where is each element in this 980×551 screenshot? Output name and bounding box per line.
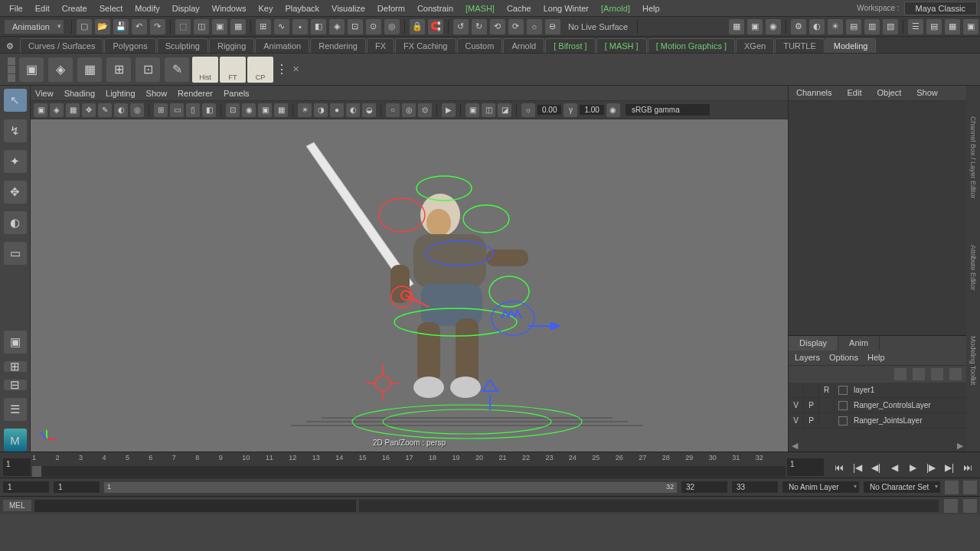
layers-menu-help[interactable]: Help — [867, 353, 885, 363]
vp-culling-icon[interactable]: ◫ — [482, 103, 495, 117]
shelf-tab-arnold[interactable]: Arnold — [503, 38, 544, 53]
layer-name[interactable]: layer1 — [851, 386, 874, 394]
layers-menu-options[interactable]: Options — [829, 353, 858, 363]
layer-ref-toggle[interactable] — [819, 414, 835, 428]
sym-z-icon[interactable]: ⟲ — [490, 19, 505, 34]
vp-hwfog-icon[interactable]: ◪ — [498, 103, 511, 117]
vp-xray-joints-icon[interactable]: ◎ — [402, 103, 416, 117]
vp-textured-icon[interactable]: ▣ — [258, 103, 272, 117]
vp-grease-icon[interactable]: ✎ — [98, 103, 112, 117]
live-lock-icon[interactable]: 🔒 — [410, 19, 425, 34]
cb-channels[interactable]: Channels — [789, 86, 839, 100]
shelf-tab-rigging[interactable]: Rigging — [209, 38, 254, 53]
shelf-tab-mograph[interactable]: Motion Graphics — [648, 38, 735, 53]
shelf-tab-sculpt[interactable]: Sculpting — [157, 38, 208, 53]
cb-show[interactable]: Show — [909, 86, 946, 100]
range-end-inner[interactable]: 32 — [681, 481, 727, 493]
channel-box[interactable] — [789, 101, 966, 335]
layer-color-swatch[interactable] — [838, 416, 848, 425]
shelf-tab-curves[interactable]: Curves / Surfaces — [20, 38, 103, 53]
play-fwd-icon[interactable]: ▶ — [906, 461, 920, 474]
outliner-panel-icon[interactable]: ☰ — [4, 398, 27, 421]
time-ruler[interactable]: 1234567891011121314151617181920212223242… — [32, 454, 786, 478]
menu-visualize[interactable]: Visualize — [325, 2, 371, 15]
two-view-icon[interactable]: ⊟ — [4, 380, 27, 390]
menu-key[interactable]: Key — [252, 2, 279, 15]
layer-name[interactable]: Ranger_JointsLayer — [851, 416, 923, 425]
vp-exposure-icon[interactable]: ☼ — [521, 103, 535, 117]
side-tab-modeling-toolkit[interactable]: Modeling Toolkit — [969, 336, 977, 385]
vp-wireframe-icon[interactable]: ⊡ — [226, 103, 240, 117]
poly-sphere-icon[interactable]: ◈ — [48, 57, 73, 82]
vp-wire-shaded-icon[interactable]: ▦ — [274, 103, 288, 117]
vp-grid-icon[interactable]: ⊞ — [154, 103, 168, 117]
time-start-field[interactable]: 1 — [3, 458, 31, 476]
snap-live-icon[interactable]: ◈ — [329, 19, 345, 34]
save-scene-icon[interactable]: 💾 — [113, 19, 129, 34]
script-language-dropdown[interactable]: MEL — [3, 500, 31, 511]
poly-plane-icon[interactable]: ⊞ — [106, 57, 131, 82]
vp-dof-icon[interactable]: ▣ — [466, 103, 479, 117]
shelf-menu-icon[interactable]: ⚙ — [2, 39, 18, 53]
layer-playback-toggle[interactable]: P — [804, 399, 819, 412]
layer-move-down-icon[interactable] — [913, 368, 925, 380]
redo-icon[interactable]: ↷ — [150, 19, 165, 34]
sym-x-icon[interactable]: ↺ — [453, 19, 469, 34]
layer-vis-toggle[interactable]: V — [789, 399, 804, 412]
snap-grid-icon[interactable]: ⊞ — [256, 19, 271, 34]
range-end-outer[interactable]: 33 — [732, 481, 778, 493]
shelf-options-icon[interactable] — [8, 57, 17, 82]
step-back-key-icon[interactable]: |◀ — [851, 461, 864, 474]
select-hierarchy-icon[interactable]: ◫ — [194, 19, 209, 34]
range-slider-track[interactable]: 1 32 — [104, 482, 677, 493]
shelf-tab-polygons[interactable]: Polygons — [104, 38, 155, 53]
vp-isolate-icon[interactable]: ◎ — [130, 103, 144, 117]
prefs-icon[interactable] — [963, 481, 977, 494]
sym-world-icon[interactable]: ○ — [527, 19, 542, 34]
sym-y-icon[interactable]: ↻ — [472, 19, 487, 34]
vp-gate-mask-icon[interactable]: ◧ — [202, 103, 216, 117]
vp-select-cam-icon[interactable]: ▣ — [34, 103, 47, 117]
menu-windows[interactable]: Windows — [206, 2, 253, 15]
script-editor-button-icon[interactable] — [944, 499, 958, 513]
layer-row[interactable]: V P Ranger_ControlsLayer — [789, 398, 966, 413]
menu-cache[interactable]: Cache — [501, 2, 537, 15]
menu-edit[interactable]: Edit — [29, 2, 56, 15]
sym-reset-icon[interactable]: ⊖ — [545, 19, 560, 34]
vp-smooth-icon[interactable]: ◉ — [242, 103, 256, 117]
menu-deform[interactable]: Deform — [371, 2, 411, 15]
side-tab-attr-editor[interactable]: Attribute Editor — [969, 245, 977, 291]
ipr-icon[interactable]: ◉ — [766, 19, 781, 34]
paint-select-icon[interactable]: ✦ — [4, 150, 27, 173]
lasso-tool-icon[interactable]: ↯ — [4, 119, 27, 142]
menu-constrain[interactable]: Constrain — [411, 2, 459, 15]
select-component-icon[interactable]: ▦ — [230, 19, 246, 34]
anim-layer-dropdown[interactable]: No Anim Layer — [782, 481, 859, 493]
vp-shadows-icon[interactable]: ◑ — [314, 103, 328, 117]
select-object-icon[interactable]: ▣ — [212, 19, 227, 34]
layer-ref-toggle[interactable]: R — [819, 383, 835, 397]
vp-menu-panels[interactable]: Panels — [224, 89, 250, 98]
shelf-tab-rendering[interactable]: Rendering — [310, 38, 366, 53]
vp-ao-icon[interactable]: ● — [330, 103, 344, 117]
menu-display[interactable]: Display — [166, 2, 206, 15]
vp-exposure-field[interactable]: 0.00 — [537, 105, 561, 115]
vp-aa-icon[interactable]: ◒ — [362, 103, 376, 117]
vp-res-gate-icon[interactable]: ▯ — [186, 103, 200, 117]
cb-edit[interactable]: Edit — [839, 86, 869, 100]
vp-menu-shading[interactable]: Shading — [64, 89, 95, 98]
layer-vis-toggle[interactable] — [789, 383, 804, 397]
four-view-icon[interactable]: ⊞ — [4, 361, 27, 372]
vp-bookmark-icon[interactable]: ◈ — [50, 103, 64, 117]
move-tool-icon[interactable]: ✥ — [4, 181, 27, 204]
vp-2d-pan-icon[interactable]: ✥ — [82, 103, 96, 117]
scale-tool-icon[interactable]: ▭ — [4, 242, 27, 265]
character-set-dropdown[interactable]: No Character Set — [864, 481, 940, 493]
vp-gamma-field[interactable]: 1.00 — [580, 105, 603, 115]
select-tool-icon[interactable]: ↖ — [4, 89, 27, 112]
shelf-tab-xgen[interactable]: XGen — [736, 38, 774, 53]
vp-xray-active-icon[interactable]: ⊙ — [418, 103, 432, 117]
vp-menu-show[interactable]: Show — [146, 89, 168, 98]
sym-obj-icon[interactable]: ⟳ — [508, 19, 524, 34]
step-fwd-key-icon[interactable]: ▶| — [942, 461, 956, 474]
